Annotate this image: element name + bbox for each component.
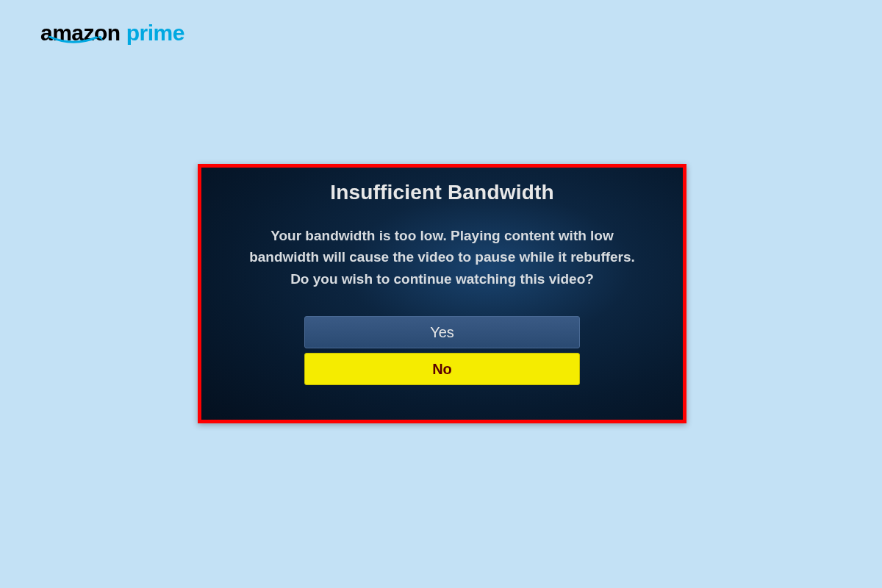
yes-button-label: Yes (430, 324, 454, 341)
dialog-button-group: Yes No (231, 316, 653, 385)
amazon-wordmark: amazon (40, 21, 121, 46)
amazon-prime-logo: amazon prime (40, 21, 184, 46)
amazon-smile-icon (47, 36, 104, 48)
dialog-title: Insufficient Bandwidth (231, 181, 653, 204)
no-button-label: No (432, 361, 452, 378)
no-button[interactable]: No (304, 353, 580, 385)
yes-button[interactable]: Yes (304, 316, 580, 348)
dialog-message: Your bandwidth is too low. Playing conte… (231, 225, 653, 290)
logo-text-prime: prime (126, 21, 184, 46)
bandwidth-warning-dialog: Insufficient Bandwidth Your bandwidth is… (198, 164, 686, 423)
